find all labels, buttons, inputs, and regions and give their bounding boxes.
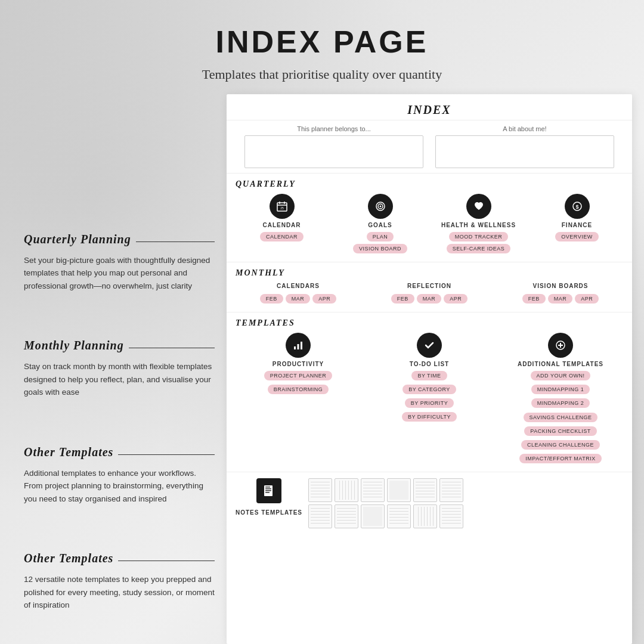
- monthly-calendars-mar[interactable]: MAR: [286, 294, 311, 304]
- notes-left-text: 12 versatile note templates to keep you …: [24, 573, 215, 612]
- quarterly-health-pill-2[interactable]: SELF-CARE IDEAS: [447, 244, 511, 253]
- monthly-grid: CALENDARS FEB MAR APR REFLECTION FEB MAR: [236, 283, 623, 306]
- note-thumb-2[interactable]: [335, 478, 358, 502]
- health-icon: [466, 194, 491, 219]
- todo-pill-4[interactable]: BY DIFFICULTY: [402, 412, 457, 422]
- svg-rect-10: [294, 346, 296, 349]
- monthly-vision-col: VISION BOARDS FEB MAR APR: [498, 283, 623, 306]
- templates-label: TEMPLATES: [236, 318, 623, 328]
- quarterly-calendar-pill-1[interactable]: CALENDAR: [260, 232, 304, 242]
- monthly-vision-feb[interactable]: FEB: [522, 294, 546, 304]
- svg-rect-17: [265, 487, 270, 488]
- productivity-col: PRODUCTIVITY PROJECT PLANNER BRAINSTORMI…: [236, 333, 361, 466]
- templates-left-text: Additional templates to enhance your wor…: [24, 467, 215, 506]
- monthly-reflection-mar[interactable]: MAR: [417, 294, 442, 304]
- monthly-section: MONTHLY CALENDARS FEB MAR APR REFLECTION: [227, 262, 632, 312]
- about-me-field: A bit about me!: [435, 125, 614, 168]
- right-panel: INDEX This planner belongs to... A bit a…: [227, 94, 632, 644]
- svg-point-7: [379, 206, 381, 208]
- productivity-pill-2[interactable]: BRAINSTORMING: [268, 385, 329, 394]
- quarterly-left-text: Set your big-picture goals with thoughtf…: [24, 254, 215, 293]
- monthly-reflection-feb[interactable]: FEB: [391, 294, 414, 304]
- calendar-icon: 25: [270, 194, 295, 219]
- quarterly-health-title: HEALTH & WELLNESS: [441, 222, 516, 228]
- about-me-box[interactable]: [435, 135, 614, 168]
- additional-pill-1[interactable]: ADD YOUR OWN!: [531, 371, 591, 380]
- notes-left-section: Other Templates 12 versatile note templa…: [24, 552, 215, 612]
- packing-pill[interactable]: PACKING CHECKLIST: [524, 426, 596, 436]
- quarterly-goals-title: GOALS: [368, 222, 392, 228]
- additional-pill-3[interactable]: MINDMAPPING 2: [531, 398, 590, 408]
- additional-pill-2[interactable]: MINDMAPPING 1: [531, 385, 590, 394]
- finance-icon: $: [565, 194, 590, 219]
- planner-belongs-label: This planner belongs to...: [244, 125, 423, 132]
- note-thumb-1[interactable]: [308, 478, 332, 502]
- quarterly-goals-pill-2[interactable]: VISION BOARD: [353, 244, 407, 253]
- svg-rect-11: [298, 344, 299, 349]
- note-thumb-11[interactable]: [413, 504, 437, 528]
- svg-text:25: 25: [280, 206, 284, 210]
- quarterly-goals-pill-1[interactable]: PLAN: [367, 232, 394, 242]
- quarterly-health-pill-1[interactable]: MOOD TRACKER: [449, 232, 508, 242]
- quarterly-divider: [136, 242, 215, 242]
- monthly-reflection-col: REFLECTION FEB MAR APR: [367, 283, 492, 306]
- quarterly-section: QUARTERLY 25 CALE: [227, 174, 632, 262]
- monthly-calendars-feb[interactable]: FEB: [260, 294, 283, 304]
- todo-pill-2[interactable]: BY CATEGORY: [402, 385, 456, 394]
- left-panel: Quarterly Planning Set your big-picture …: [12, 94, 227, 644]
- notes-label: NOTES TEMPLATES: [236, 509, 302, 516]
- monthly-vision-apr[interactable]: APR: [575, 294, 599, 304]
- svg-rect-18: [265, 488, 271, 490]
- notes-section: NOTES TEMPLATES: [227, 472, 632, 644]
- monthly-calendars-title: CALENDARS: [277, 283, 320, 289]
- productivity-icon: [286, 333, 311, 358]
- todo-col: TO-DO LIST BY TIME BY CATEGORY BY PRIORI…: [367, 333, 492, 466]
- monthly-reflection-title: REFLECTION: [407, 283, 451, 289]
- note-thumb-12[interactable]: [439, 504, 463, 528]
- monthly-reflection-apr[interactable]: APR: [444, 294, 467, 304]
- monthly-calendars-col: CALENDARS FEB MAR APR: [236, 283, 361, 306]
- productivity-pills: PROJECT PLANNER BRAINSTORMING: [236, 371, 361, 397]
- svg-rect-12: [301, 342, 302, 349]
- impact-pill[interactable]: IMPACT/EFFORT MATRIX: [519, 454, 601, 463]
- note-thumb-9[interactable]: [361, 504, 385, 528]
- templates-section: TEMPLATES PRODUCTIVITY: [227, 312, 632, 472]
- additional-col: ADDITIONAL TEMPLATES ADD YOUR OWN! MINDM…: [498, 333, 623, 466]
- notes-icon: [256, 478, 281, 503]
- notes-col-main: NOTES TEMPLATES: [236, 478, 302, 519]
- quarterly-goals-col: GOALS PLAN VISION BOARD: [334, 194, 426, 256]
- quarterly-health-col: HEALTH & WELLNESS MOOD TRACKER SELF-CARE…: [432, 194, 525, 256]
- planner-belongs-box[interactable]: [244, 135, 423, 168]
- todo-pill-1[interactable]: BY TIME: [411, 371, 447, 380]
- note-thumb-4[interactable]: [387, 478, 411, 502]
- templates-left-title: Other Templates: [24, 445, 113, 459]
- note-thumb-10[interactable]: [387, 504, 411, 528]
- quarterly-finance-pill-1[interactable]: OVERVIEW: [555, 232, 598, 242]
- notes-grid-container: NOTES TEMPLATES: [236, 478, 623, 528]
- quarterly-grid: 25 CALENDAR CALENDAR: [236, 194, 623, 256]
- quarterly-finance-title: FINANCE: [562, 222, 592, 228]
- additional-icon: [548, 333, 573, 358]
- svg-rect-20: [265, 492, 270, 493]
- note-thumb-8[interactable]: [335, 504, 358, 528]
- productivity-title: PRODUCTIVITY: [273, 361, 324, 367]
- savings-pill[interactable]: SAVINGS CHALLENGE: [524, 413, 598, 422]
- note-thumb-7[interactable]: [308, 504, 332, 528]
- quarterly-finance-col: $ FINANCE OVERVIEW: [531, 194, 623, 256]
- monthly-vision-title: VISION BOARDS: [532, 283, 588, 289]
- todo-pill-3[interactable]: BY PRIORITY: [405, 398, 454, 408]
- index-title: INDEX: [227, 103, 632, 117]
- productivity-pill-1[interactable]: PROJECT PLANNER: [264, 371, 332, 380]
- note-thumb-6[interactable]: [439, 478, 463, 502]
- monthly-calendars-apr[interactable]: APR: [312, 294, 336, 304]
- cleaning-pill[interactable]: CLEANING CHALLENGE: [521, 440, 600, 450]
- monthly-vision-mar[interactable]: MAR: [548, 294, 573, 304]
- monthly-vision-pills: FEB MAR APR: [522, 294, 599, 306]
- notes-divider: [118, 561, 215, 561]
- svg-text:$: $: [575, 204, 578, 210]
- note-thumb-5[interactable]: [413, 478, 437, 502]
- note-thumb-3[interactable]: [361, 478, 385, 502]
- additional-title: ADDITIONAL TEMPLATES: [518, 361, 603, 367]
- page-content: INDEX PAGE Templates that prioritise qua…: [0, 0, 644, 644]
- monthly-reflection-pills: FEB MAR APR: [391, 294, 468, 306]
